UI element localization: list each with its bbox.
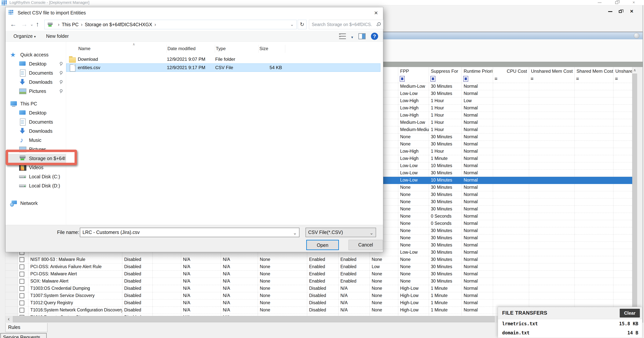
sidebar-item[interactable]: Music — [6, 136, 66, 145]
forward-button[interactable]: → — [21, 21, 28, 28]
cell-unshared-mem-cost — [529, 105, 574, 112]
col-header-cpu-cost[interactable]: CPU Cost — [493, 67, 529, 75]
sidebar-item[interactable]: Downloads — [6, 77, 66, 87]
row-indicator[interactable] — [5, 292, 18, 299]
restore-button[interactable] — [612, 0, 622, 5]
sidebar-item[interactable]: Local Disk (C:) — [6, 172, 66, 181]
file-name-input[interactable]: LRC - Customers (Jira).csv ⌄ — [80, 228, 300, 237]
refresh-button[interactable]: ↻ — [298, 20, 306, 29]
cancel-button[interactable]: Cancel — [348, 240, 383, 250]
row-checkbox[interactable] — [20, 308, 24, 312]
column-size[interactable]: Size — [259, 45, 285, 53]
tab-service-requests[interactable]: Service Requests — [0, 333, 47, 338]
sidebar-item[interactable]: Desktop — [6, 108, 66, 117]
address-dropdown-icon[interactable]: ⌄ — [290, 22, 296, 27]
table-row[interactable]: PCI-DSS: Antivirus Failure Alert Rule Di… — [5, 263, 632, 271]
mdi-minimize-button[interactable] — [606, 8, 614, 15]
minimize-button[interactable] — [594, 0, 605, 5]
col-header-fpp[interactable]: FPP — [398, 67, 429, 75]
cell-na1: N/A — [181, 256, 221, 263]
sidebar-item[interactable]: Network — [6, 199, 66, 208]
horizontal-scrollbar-thumb[interactable] — [13, 316, 494, 322]
open-button[interactable]: Open — [306, 240, 339, 250]
file-row[interactable]: entities.csv 12/9/2021 9:17 PM CSV File … — [66, 63, 380, 72]
col-header-unshared-me[interactable]: Unshared Me — [614, 67, 632, 75]
vertical-scrollbar-thumb[interactable] — [632, 74, 637, 309]
scroll-left-icon[interactable]: ‹ — [5, 316, 12, 323]
new-folder-button[interactable]: New folder — [46, 33, 69, 39]
sidebar-item[interactable]: Documents — [6, 68, 66, 77]
cell-unshared-mem-cost — [529, 206, 574, 213]
column-name[interactable]: ∧Name — [78, 45, 167, 53]
tab-rules[interactable]: Rules — [5, 323, 48, 332]
column-type[interactable]: Type — [215, 45, 259, 53]
clear-button[interactable]: Clear — [620, 309, 640, 317]
file-type-select[interactable]: CSV File(*.CSV) ⌄ — [306, 228, 376, 237]
filter-equals-icon[interactable]: = — [494, 76, 498, 82]
row-indicator[interactable] — [5, 285, 18, 292]
table-row[interactable]: SOX: Malware Alert Disabled N/A N/A None… — [5, 278, 632, 285]
row-indicator[interactable] — [5, 256, 18, 263]
row-checkbox[interactable] — [20, 264, 24, 269]
col-header-runtime-priority[interactable]: Runtime Priority — [462, 67, 493, 75]
table-row[interactable]: PCI-DSS: Malware Alert Disabled N/A N/A … — [5, 271, 632, 278]
chevron-down-icon[interactable]: ⌄ — [370, 230, 374, 236]
file-row[interactable]: Download 12/9/2021 9:07 PM File folder — [66, 55, 380, 63]
row-checkbox[interactable] — [20, 293, 24, 298]
filter-button-suppress[interactable] — [430, 76, 436, 82]
view-details-icon[interactable] — [340, 33, 346, 39]
row-checkbox[interactable] — [20, 301, 24, 305]
column-date-modified[interactable]: Date modified — [167, 45, 215, 53]
row-checkbox[interactable] — [20, 257, 24, 262]
search-input[interactable]: Search Storage on $+64fDICS... — [309, 20, 383, 29]
history-dropdown-icon[interactable]: ⌄ — [30, 22, 34, 27]
cell-unshared-me — [614, 242, 632, 249]
up-button[interactable]: ↑ — [36, 21, 39, 28]
filter-equals-icon[interactable]: = — [530, 76, 534, 82]
row-checkbox[interactable] — [20, 286, 24, 291]
sidebar-item[interactable]: Downloads — [6, 126, 66, 136]
help-button[interactable]: ? — [371, 33, 378, 40]
row-checkbox[interactable] — [20, 272, 24, 276]
col-header-shared-mem-cost[interactable]: Shared Mem Cost — [574, 67, 614, 75]
filter-button-runtime[interactable] — [463, 76, 468, 82]
filter-equals-icon[interactable]: = — [615, 76, 618, 82]
view-dropdown-icon[interactable]: ▾ — [351, 35, 353, 40]
sidebar-item[interactable]: Local Disk (D:) — [6, 181, 66, 190]
table-row[interactable]: T1012:Query Registry Disabled N/A N/A No… — [5, 299, 632, 307]
row-indicator[interactable] — [5, 278, 18, 285]
close-button[interactable]: × — [629, 0, 639, 5]
dialog-footer: File name: LRC - Customers (Jira).csv ⌄ … — [6, 225, 383, 252]
sidebar-item[interactable]: Quick access — [6, 50, 66, 59]
col-header-unshared-mem-cost[interactable]: Unshared Mem Cost — [529, 67, 574, 75]
sidebar-item[interactable]: Documents — [6, 117, 66, 126]
row-indicator[interactable] — [5, 307, 18, 314]
mdi-close-button[interactable]: × — [627, 8, 636, 15]
vertical-scrollbar[interactable]: ∧ — [632, 67, 637, 316]
dialog-close-button[interactable]: × — [372, 9, 380, 17]
sidebar-item[interactable]: Desktop — [6, 59, 66, 68]
mdi-restore-button[interactable] — [616, 8, 625, 15]
table-row[interactable]: NIST 800-53 : Malware Rule Disabled N/A … — [5, 256, 632, 263]
row-indicator[interactable] — [5, 263, 18, 271]
sidebar-item[interactable]: This PC — [6, 99, 66, 108]
row-indicator[interactable] — [5, 314, 18, 316]
filter-button-fpp[interactable] — [400, 76, 405, 82]
table-row[interactable]: T1007:System Service Discovery Disabled … — [5, 292, 632, 299]
breadcrumb-item-storage[interactable]: Storage on $+64fDICS4CHXGX — [85, 22, 152, 27]
scroll-up-icon[interactable]: ∧ — [632, 67, 637, 74]
rule-name-cell: NIST 800-53 : Malware Rule — [28, 256, 122, 263]
chevron-down-icon[interactable]: ⌄ — [293, 230, 297, 236]
preview-pane-icon[interactable] — [358, 33, 366, 39]
sidebar-item[interactable]: Pictures — [6, 87, 66, 96]
breadcrumb-item-this-pc[interactable]: This PC — [62, 22, 79, 27]
row-checkbox[interactable] — [20, 279, 24, 284]
col-header-suppress-for[interactable]: Suppress For — [429, 67, 462, 75]
organize-button[interactable]: Organize ▾ — [14, 33, 36, 39]
row-indicator[interactable] — [5, 299, 18, 307]
breadcrumb[interactable]: › This PC › Storage on $+64fDICS4CHXGX ›… — [44, 20, 296, 29]
filter-equals-icon[interactable]: = — [576, 76, 579, 82]
back-button[interactable]: ← — [10, 21, 16, 28]
table-row[interactable]: T1003:OS Credential Dumping Disabled N/A… — [5, 285, 632, 292]
row-indicator[interactable] — [5, 271, 18, 278]
